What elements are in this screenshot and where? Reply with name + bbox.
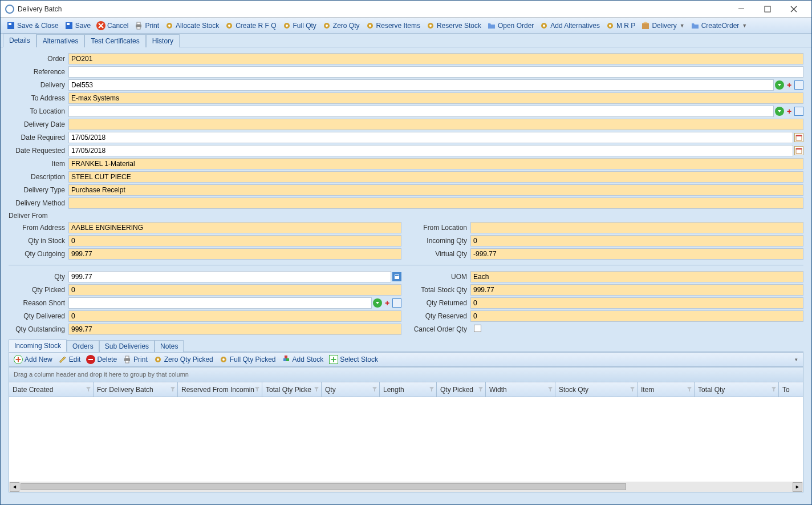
filter-icon[interactable] [547,386,553,394]
field-virtual-qty[interactable]: -999.77 [470,248,803,260]
filter-icon[interactable] [170,386,176,394]
field-from-location[interactable] [470,222,803,233]
open-order-button[interactable]: Open Order [485,20,536,31]
filter-icon[interactable] [771,386,777,394]
subtab-notes[interactable]: Notes [155,340,184,352]
field-total-stock-qty[interactable]: 999.77 [470,284,803,296]
col-stock-qty[interactable]: Stock Qty [555,382,638,397]
open-icon[interactable] [392,298,401,308]
field-delivery[interactable]: Del553 [68,79,774,91]
field-order[interactable]: PO201 [68,53,803,64]
field-delivery-method[interactable] [68,197,803,209]
maximize-button[interactable] [754,1,781,18]
col-qty-picked[interactable]: Qty Picked [437,382,486,397]
grid-group-hint[interactable]: Drag a column header and drop it here to… [9,367,803,382]
lookup-icon[interactable] [775,107,784,116]
add-new-button[interactable]: Add New [11,354,55,365]
open-icon[interactable] [794,107,803,116]
col-qty[interactable]: Qty [322,382,380,397]
add-icon[interactable]: + [785,107,794,116]
sub-print-button[interactable]: Print [120,354,150,365]
scroll-thumb[interactable] [21,483,626,490]
field-qty-returned[interactable]: 0 [470,297,803,309]
subtab-orders[interactable]: Orders [67,340,99,352]
field-delivery-date[interactable] [68,119,803,130]
open-icon[interactable] [794,80,803,90]
tab-alternatives[interactable]: Alternatives [36,34,85,47]
col-total-qty-picked[interactable]: Total Qty Picke [262,382,322,397]
col-length[interactable]: Length [380,382,437,397]
close-button[interactable] [781,1,807,18]
subtab-incoming-stock[interactable]: Incoming Stock [9,340,67,352]
tab-history[interactable]: History [146,34,180,47]
field-date-required[interactable]: 17/05/2018 [68,132,793,143]
field-to-address[interactable]: E-max Systems [68,92,803,104]
save-close-button[interactable]: Save & Close [4,20,61,31]
save-button[interactable]: Save [62,20,93,31]
scroll-right-icon[interactable]: ► [793,482,802,492]
tab-details[interactable]: Details [3,34,36,47]
add-alternatives-button[interactable]: Add Alternatives [537,20,602,31]
filter-icon[interactable] [314,386,319,394]
col-reserved-from[interactable]: Reserved From Incomin [178,382,262,397]
lookup-icon[interactable] [775,80,784,90]
edit-button[interactable]: Edit [56,354,83,365]
minimize-button[interactable] [728,1,754,18]
create-rfq-button[interactable]: Create R F Q [222,20,278,31]
delivery-dropdown[interactable]: Delivery▼ [639,20,687,31]
field-to-location[interactable] [68,106,774,117]
reserve-items-button[interactable]: Reserve Items [363,20,423,31]
calendar-icon[interactable] [794,146,803,155]
add-stock-button[interactable]: Add Stock [279,354,326,365]
delete-button[interactable]: Delete [84,354,119,365]
field-uom[interactable]: Each [470,271,803,282]
col-item[interactable]: Item [638,382,695,397]
zero-qty-button[interactable]: Zero Qty [320,20,362,31]
field-qty-reserved[interactable]: 0 [470,310,803,322]
filter-icon[interactable] [86,386,91,394]
col-total-qty[interactable]: Total Qty [695,382,779,397]
field-qty[interactable]: 999.77 [68,271,391,282]
field-reason-short[interactable] [68,297,372,309]
horizontal-scrollbar[interactable]: ◄ ► [9,482,803,492]
field-qty-outstanding[interactable]: 999.77 [68,324,401,335]
col-for-delivery-batch[interactable]: For Delivery Batch [94,382,178,397]
print-button[interactable]: Print [132,20,161,31]
grid-body[interactable] [9,397,803,482]
calendar-icon[interactable] [794,133,803,142]
calculator-icon[interactable] [392,272,401,281]
field-qty-outgoing[interactable]: 999.77 [68,248,401,260]
select-stock-button[interactable]: Select Stock [327,354,380,365]
col-date-created[interactable]: Date Created [9,382,94,397]
lookup-icon[interactable] [373,298,382,308]
field-qty-in-stock[interactable]: 0 [68,235,401,247]
zero-qty-picked-button[interactable]: Zero Qty Picked [151,354,216,365]
field-incoming-qty[interactable]: 0 [470,235,803,247]
add-icon[interactable]: + [383,298,392,308]
cancel-order-qty-checkbox[interactable] [474,325,481,332]
filter-icon[interactable] [630,386,635,394]
add-icon[interactable]: + [785,80,794,90]
field-description[interactable]: STEEL CUT PIECE [68,171,803,183]
filter-icon[interactable] [254,386,260,394]
reserve-stock-button[interactable]: Reserve Stock [424,20,484,31]
scroll-left-icon[interactable]: ◄ [10,482,19,492]
field-item[interactable]: FRANKEL 1-Material [68,158,803,169]
filter-icon[interactable] [478,386,484,394]
allocate-stock-button[interactable]: Allocate Stock [163,20,221,31]
field-from-address[interactable]: AABLE ENGINEERING [68,222,401,233]
filter-icon[interactable] [429,386,435,394]
col-to[interactable]: To [779,382,803,397]
toolbar-overflow-icon[interactable]: ▾ [791,355,801,364]
field-reference[interactable] [68,66,803,78]
full-qty-button[interactable]: Full Qty [280,20,319,31]
field-delivery-type[interactable]: Purchase Receipt [68,184,803,196]
subtab-sub-deliveries[interactable]: Sub Deliveries [99,340,155,352]
cancel-button[interactable]: Cancel [94,20,131,31]
filter-icon[interactable] [372,386,377,394]
create-order-dropdown[interactable]: CreateOrder▼ [688,20,750,31]
field-qty-delivered[interactable]: 0 [68,310,401,322]
filter-icon[interactable] [687,386,692,394]
tab-test-certificates[interactable]: Test Certificates [84,34,145,47]
col-width[interactable]: Width [486,382,555,397]
